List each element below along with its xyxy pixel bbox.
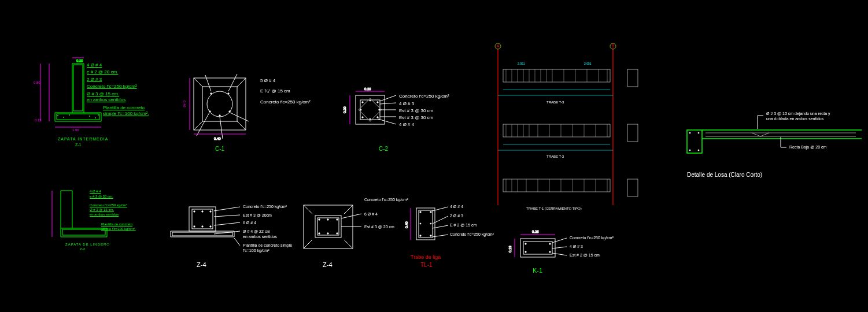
losa-n2: una doblada en ambos sentidos (766, 117, 823, 121)
column-c2: 0.20 0.20 (343, 87, 396, 124)
svg-line-54 (378, 119, 396, 124)
svg-point-152 (549, 243, 551, 244)
z4a-n6: Plantilla de concreto simple (243, 243, 292, 247)
tl1-n1: 4 Ø # 4 (450, 205, 463, 209)
z4b-n2: 6 Ø # 4 (364, 212, 378, 216)
trabe-t3: TRABE T-3 (546, 101, 564, 104)
svg-line-158 (552, 247, 567, 248)
tl1-title: Trabe de liga (411, 254, 441, 260)
svg-point-59 (202, 211, 203, 212)
svg-point-38 (362, 102, 363, 103)
svg-point-90 (420, 235, 421, 236)
svg-text:0.40: 0.40 (214, 137, 221, 140)
c2-note5: 4 Ø # 4 (399, 122, 414, 127)
detalle-losa (687, 116, 862, 153)
z1-dim-base: 1.00 (72, 128, 79, 132)
svg-rect-0 (73, 65, 83, 111)
svg-line-70 (304, 205, 312, 214)
c1-note1: 5 Ø # 4 (260, 78, 275, 83)
z1-dim-h: 0.80 (34, 81, 40, 84)
svg-text:0.25: 0.25 (532, 230, 539, 233)
z4a-n7: f'c=100 kg/cm² (243, 248, 269, 252)
svg-line-82 (341, 214, 361, 218)
svg-point-58 (210, 211, 211, 212)
z1-note3: 2 Ø # 3 (87, 77, 102, 82)
svg-line-23 (228, 74, 237, 91)
k1-code: K-1 (533, 267, 542, 274)
z2-note4: Ø # 3 @ 15 cm. (90, 208, 114, 211)
svg-line-17 (237, 78, 246, 87)
svg-point-78 (327, 219, 328, 220)
svg-point-170 (698, 150, 699, 151)
svg-rect-84 (416, 208, 435, 240)
svg-rect-150 (523, 242, 552, 254)
z1-note8: simple f'c=100 kg/cm². (103, 111, 149, 116)
svg-line-51 (380, 103, 396, 104)
losa-n3: Recta Baja @ 20 cm (789, 145, 826, 149)
svg-point-87 (430, 211, 431, 213)
trabe-t1: TRABE T-1 (CERRAMIENTO TIPO) (526, 207, 582, 210)
svg-point-43 (370, 118, 371, 120)
tl1-n4: Concreto f'c=250 kg/cm² (450, 232, 494, 236)
zapata-z4b (304, 205, 361, 248)
z4a-n2: Est # 3 @ 20cm (243, 213, 272, 217)
svg-line-22 (205, 75, 211, 91)
k1-n3: Est # 2 @ 15 cm (570, 253, 600, 257)
trabes-group (495, 43, 638, 205)
svg-line-66 (214, 222, 240, 225)
z1-code: Z-1 (75, 143, 82, 147)
svg-rect-103 (503, 124, 610, 137)
svg-text:0.40: 0.40 (405, 221, 408, 228)
svg-rect-104 (503, 179, 610, 192)
svg-rect-102 (503, 69, 610, 82)
z2-note3: Concreto f'c=250 kg/cm² (90, 203, 127, 207)
z2-note1: 4 Ø # 4 (90, 190, 101, 193)
svg-line-19 (237, 121, 246, 130)
svg-rect-148 (627, 179, 638, 196)
svg-text:0.20: 0.20 (76, 59, 83, 62)
svg-text:0.20: 0.20 (343, 106, 346, 113)
svg-point-27 (210, 93, 212, 94)
k1-n1: Concreto f'c=250 kg/cm² (570, 236, 614, 240)
svg-line-16 (194, 78, 202, 87)
svg-point-9 (90, 116, 90, 117)
z4b-code: Z-4 (323, 261, 333, 268)
losa-title: Detalle de Losa (Claro Corto) (687, 172, 762, 178)
svg-point-168 (698, 132, 699, 133)
z2-note6: Plantilla de concreto (101, 222, 132, 226)
svg-point-6 (58, 116, 58, 116)
trabe-t2: TRABE T-2 (546, 155, 564, 158)
svg-rect-146 (627, 69, 638, 87)
svg-point-167 (689, 132, 690, 133)
svg-line-73 (344, 240, 353, 248)
svg-point-154 (549, 251, 551, 252)
c2-note4: Est # 3 @ 30 cm (399, 115, 433, 120)
svg-point-86 (420, 211, 421, 213)
c1-dim-h: 0.40 (183, 101, 186, 107)
svg-point-21 (207, 91, 232, 117)
svg-point-7 (64, 117, 64, 118)
z4b-n1: Concreto f'c=250 kg/cm² (364, 198, 408, 202)
z4a-n5: en ambos sentidos (243, 235, 277, 239)
z1-note7: Plantilla de concreto (103, 105, 145, 110)
svg-line-71 (344, 205, 353, 214)
z4a-n3: 6 Ø # 4 (243, 221, 256, 225)
trabe-dim1: 2.051 (518, 62, 525, 65)
svg-line-64 (214, 207, 240, 211)
svg-rect-1 (57, 114, 99, 120)
z1-note5: Ø # 3 @ 15 cm. (87, 91, 119, 96)
axis-a: A (497, 44, 500, 48)
svg-point-62 (202, 226, 203, 227)
svg-point-11 (98, 115, 99, 116)
svg-line-72 (304, 240, 312, 248)
svg-line-25 (197, 113, 209, 136)
k1-n2: 4 Ø # 3 (570, 244, 583, 248)
trabe-dim2: 2.051 (584, 62, 592, 65)
svg-text:0.20: 0.20 (364, 87, 371, 91)
svg-point-153 (525, 251, 526, 252)
svg-point-81 (327, 233, 328, 234)
z4a-n4: Ø # 4 @ 22 cm (243, 229, 270, 233)
svg-line-65 (214, 215, 240, 217)
tl1-code: TL-1 (420, 262, 433, 268)
svg-point-88 (420, 223, 421, 224)
